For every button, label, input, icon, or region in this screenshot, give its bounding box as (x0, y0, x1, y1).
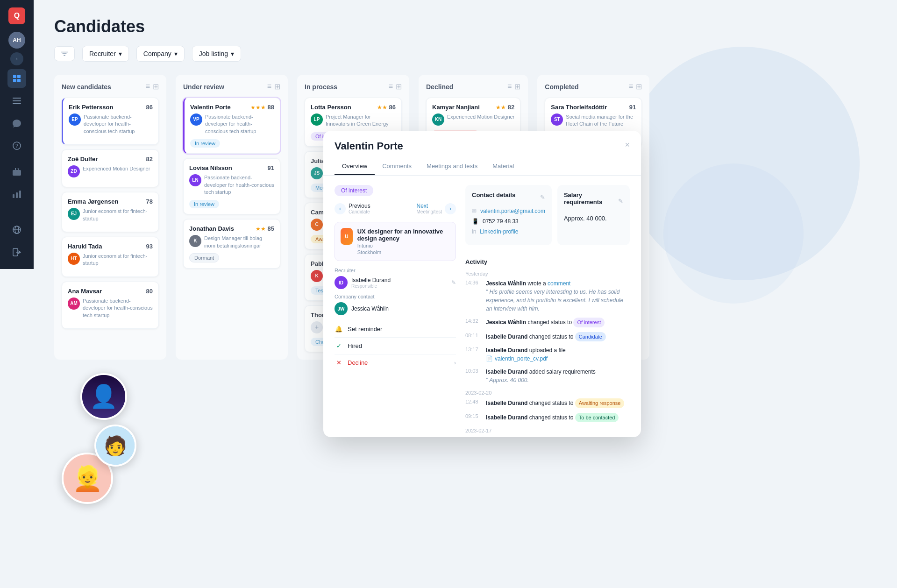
column-actions-review: ≡ ⊞ (267, 82, 280, 91)
salary-section: Salary requirements ✎ Approx. 40 000. (557, 185, 630, 245)
badge-awaiting: Awaiting response (575, 398, 625, 408)
status-in-review-2: In review (189, 200, 219, 208)
prev-candidate-btn[interactable]: ‹ Previous Candidate (335, 203, 370, 214)
avatar-erik: EP (69, 113, 81, 126)
avatar-valentin: VP (190, 113, 202, 126)
card-jonathan-davis[interactable]: Jonathan Davis ★★ 85 K Design Manager ti… (183, 219, 280, 269)
candidate-detail-panel: Valentin Porte × Overview Comments Meeti… (323, 131, 641, 437)
activity-salary: 10:03 Isabelle Durand added salary requi… (465, 368, 630, 384)
badge-of-interest: Of interest (573, 318, 605, 327)
tab-material[interactable]: Material (485, 158, 521, 175)
company-info-card: U UX designer for an innovative design a… (335, 222, 456, 261)
company-logo: U (341, 228, 353, 245)
page-title: Candidates (54, 17, 854, 36)
sidebar-item-list[interactable] (7, 92, 26, 110)
decline-action[interactable]: ✕ Decline › (335, 354, 456, 371)
salary-value: Approx. 40 000. (564, 215, 623, 222)
activity-to-be-contacted: 09:15 Isabelle Durand changed status to … (465, 413, 630, 423)
tab-meetings[interactable]: Meetings and tests (419, 158, 485, 175)
cv-file-link[interactable]: valentin_porte_cv.pdf (495, 354, 548, 363)
avatar-haruki: HT (68, 253, 80, 265)
next-meeting-btn[interactable]: Next Meeting/test › (417, 203, 456, 214)
panel-tabs: Overview Comments Meetings and tests Mat… (323, 158, 641, 176)
svg-rect-10 (13, 194, 14, 198)
column-actions-process: ≡ ⊞ (389, 82, 402, 91)
sidebar-item-chat[interactable] (7, 114, 26, 133)
sidebar-item-briefcase[interactable] (7, 163, 26, 181)
sidebar-toggle[interactable]: › (10, 52, 23, 65)
svg-rect-3 (17, 79, 21, 82)
avatar-sara: ST (551, 113, 563, 126)
decline-chevron-icon: › (454, 359, 456, 366)
date-2023-02-20: 2023-02-20 (465, 390, 630, 396)
avatar-jonathan: K (189, 235, 201, 247)
card-haruki-tada[interactable]: Haruki Tada 93 HT Junior economist for f… (62, 237, 159, 277)
set-reminder-action[interactable]: 🔔 Set reminder (335, 321, 456, 337)
panel-candidate-name: Valentin Porte (335, 140, 403, 152)
recruiter-avatar: ID (335, 276, 348, 289)
sidebar: Q AH › ? (0, 0, 34, 269)
card-zoe-dulfer[interactable]: Zoë Dulfer 82 ZD Experienced Motion Desi… (62, 149, 159, 187)
svg-rect-2 (13, 79, 16, 82)
panel-status-badge: Of interest (335, 185, 373, 196)
activity-status-candidate: 08:11 Isabelle Durand changed status to … (465, 332, 630, 342)
activity-file-upload: 13:17 Isabelle Durand uploaded a file 📄 … (465, 346, 630, 363)
comment-link[interactable]: comment (548, 280, 570, 287)
card-emma-jorgensen[interactable]: Emma Jørgensen 78 EJ Junior economist fo… (62, 192, 159, 232)
panel-close-button[interactable]: × (625, 140, 630, 150)
date-yesterday: Yesterday (465, 271, 630, 276)
avatar-camilla: C (311, 219, 323, 231)
card-lovisa-nilsson[interactable]: Lovisa Nilsson 91 LN Passionate backend-… (183, 158, 280, 214)
tab-comments[interactable]: Comments (375, 158, 419, 175)
svg-rect-11 (16, 192, 18, 198)
recruiter-filter[interactable]: Recruiter ▾ (82, 46, 129, 62)
sidebar-item-reports[interactable] (7, 185, 26, 204)
avatar-pablo: K (311, 270, 323, 282)
card-ana-mavsar[interactable]: Ana Mavsar 80 AM Passionate backend-deve… (62, 282, 159, 329)
recruiter-section: Recruiter ID Isabelle Durand Responsible… (335, 268, 456, 289)
sidebar-item-logout[interactable] (7, 243, 26, 262)
column-actions-completed: ≡ ⊞ (629, 82, 642, 91)
action-list: 🔔 Set reminder ✓ Hired ✕ Decline › (335, 321, 456, 371)
svg-rect-5 (13, 100, 21, 101)
salary-edit-icon[interactable]: ✎ (618, 198, 623, 205)
filter-icon-button[interactable] (54, 46, 75, 61)
sidebar-item-grid[interactable] (7, 69, 26, 88)
user-avatar[interactable]: AH (8, 32, 25, 49)
column-title-review: Under review (183, 83, 224, 91)
avatar-julia: JS (311, 167, 323, 179)
avatar-thomas: + (311, 321, 323, 333)
status-in-review: In review (190, 139, 220, 148)
company-filter[interactable]: Company ▾ (136, 46, 185, 62)
company-role: UX designer for an innovative design age… (357, 228, 450, 242)
column-new-candidates: New candidates ≡ ⊞ Erik Pettersson 86 (54, 75, 166, 360)
card-valentin-porte[interactable]: Valentin Porte ★★★ 88 VP Passionate back… (183, 98, 280, 154)
activity-title: Activity (465, 258, 630, 265)
next-arrow-icon: › (445, 203, 456, 214)
column-under-review: Under review ≡ ⊞ Valentin Porte ★★★ 88 (176, 75, 288, 360)
email-link[interactable]: valentin.porte@gmail.com (480, 208, 545, 214)
file-icon: 📄 (486, 354, 493, 363)
status-dormant: Dormant (189, 253, 219, 262)
sidebar-item-globe[interactable] (7, 220, 26, 239)
tab-overview[interactable]: Overview (335, 158, 375, 175)
job-listing-filter[interactable]: Job listing ▾ (192, 46, 241, 62)
hired-action[interactable]: ✓ Hired (335, 337, 456, 354)
linkedin-link[interactable]: LinkedIn-profile (480, 228, 518, 235)
linkedin-icon: in (472, 228, 476, 235)
avatar-zoe: ZD (68, 165, 80, 177)
badge-contacted: To be contacted (575, 413, 619, 423)
sidebar-item-help[interactable]: ? (7, 136, 26, 155)
card-erik-pettersson[interactable]: Erik Pettersson 86 EP Passionate backend… (62, 98, 159, 145)
svg-rect-1 (17, 75, 21, 78)
svg-rect-6 (13, 103, 21, 104)
company-location: Stockholm (357, 249, 450, 255)
date-2023-02-17: 2023-02-17 (465, 428, 630, 433)
svg-rect-12 (19, 191, 21, 198)
hired-icon: ✓ (335, 342, 343, 349)
phone-icon: 📱 (472, 218, 479, 225)
contact-edit-icon[interactable]: ✎ (540, 194, 545, 201)
recruiter-edit-icon[interactable]: ✎ (451, 279, 456, 286)
avatar-lotta: LP (311, 113, 323, 126)
svg-rect-0 (13, 75, 16, 78)
